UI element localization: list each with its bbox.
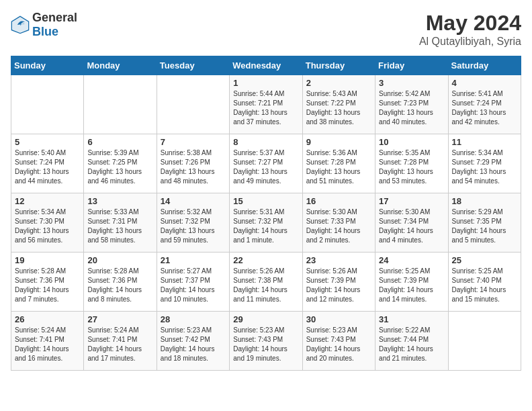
cell-date: 19 — [15, 255, 80, 265]
cell-4-3: 21Sunrise: 5:27 AM Sunset: 7:37 PM Dayli… — [157, 253, 229, 312]
cell-info: Sunrise: 5:44 AM Sunset: 7:21 PM Dayligh… — [233, 89, 298, 127]
cell-date: 27 — [87, 314, 152, 324]
cell-info: Sunrise: 5:39 AM Sunset: 7:25 PM Dayligh… — [87, 148, 152, 186]
cell-date: 11 — [452, 137, 517, 147]
cell-info: Sunrise: 5:31 AM Sunset: 7:32 PM Dayligh… — [233, 208, 298, 245]
cell-date: 31 — [379, 314, 444, 324]
cell-1-4: 1Sunrise: 5:44 AM Sunset: 7:21 PM Daylig… — [230, 75, 302, 134]
cell-2-3: 7Sunrise: 5:38 AM Sunset: 7:26 PM Daylig… — [157, 134, 229, 193]
header-saturday: Saturday — [448, 56, 521, 75]
cell-info: Sunrise: 5:41 AM Sunset: 7:24 PM Dayligh… — [452, 89, 517, 127]
cell-4-7: 25Sunrise: 5:25 AM Sunset: 7:40 PM Dayli… — [448, 253, 521, 312]
calendar-body: 1Sunrise: 5:44 AM Sunset: 7:21 PM Daylig… — [11, 75, 521, 371]
cell-3-3: 14Sunrise: 5:32 AM Sunset: 7:32 PM Dayli… — [157, 193, 229, 253]
cell-date: 22 — [233, 255, 298, 265]
cell-date: 23 — [306, 255, 371, 265]
cell-date: 26 — [15, 314, 80, 324]
cell-info: Sunrise: 5:23 AM Sunset: 7:43 PM Dayligh… — [306, 326, 371, 363]
cell-info: Sunrise: 5:28 AM Sunset: 7:36 PM Dayligh… — [87, 267, 152, 304]
cell-info: Sunrise: 5:26 AM Sunset: 7:39 PM Dayligh… — [306, 267, 371, 304]
cell-2-7: 11Sunrise: 5:34 AM Sunset: 7:29 PM Dayli… — [448, 134, 521, 193]
cell-date: 6 — [87, 137, 152, 147]
cell-info: Sunrise: 5:30 AM Sunset: 7:33 PM Dayligh… — [306, 208, 371, 245]
cell-date: 9 — [306, 137, 371, 147]
cell-date: 28 — [161, 314, 226, 324]
cell-2-1: 5Sunrise: 5:40 AM Sunset: 7:24 PM Daylig… — [11, 134, 84, 193]
cell-4-6: 24Sunrise: 5:25 AM Sunset: 7:39 PM Dayli… — [375, 253, 448, 312]
cell-date: 10 — [379, 137, 444, 147]
cell-5-5: 30Sunrise: 5:23 AM Sunset: 7:43 PM Dayli… — [302, 312, 375, 371]
cell-info: Sunrise: 5:25 AM Sunset: 7:40 PM Dayligh… — [452, 267, 517, 304]
cell-2-6: 10Sunrise: 5:35 AM Sunset: 7:28 PM Dayli… — [375, 134, 448, 193]
cell-4-2: 20Sunrise: 5:28 AM Sunset: 7:36 PM Dayli… — [84, 253, 157, 312]
cell-date: 17 — [379, 196, 444, 206]
cell-date: 16 — [306, 196, 371, 206]
cell-3-2: 13Sunrise: 5:33 AM Sunset: 7:31 PM Dayli… — [84, 193, 157, 253]
cell-4-1: 19Sunrise: 5:28 AM Sunset: 7:36 PM Dayli… — [11, 253, 84, 312]
logo-text: General Blue — [32, 11, 77, 39]
cell-date: 15 — [233, 196, 298, 206]
cell-date: 29 — [233, 314, 298, 324]
cell-1-2 — [84, 75, 157, 134]
cell-2-4: 8Sunrise: 5:37 AM Sunset: 7:27 PM Daylig… — [230, 134, 302, 193]
cell-date: 7 — [161, 137, 226, 147]
cell-info: Sunrise: 5:24 AM Sunset: 7:41 PM Dayligh… — [87, 326, 152, 363]
cell-3-6: 17Sunrise: 5:30 AM Sunset: 7:34 PM Dayli… — [375, 193, 448, 253]
cell-3-1: 12Sunrise: 5:34 AM Sunset: 7:30 PM Dayli… — [11, 193, 84, 253]
cell-info: Sunrise: 5:40 AM Sunset: 7:24 PM Dayligh… — [15, 148, 80, 186]
cell-1-3 — [157, 75, 229, 134]
cell-info: Sunrise: 5:33 AM Sunset: 7:31 PM Dayligh… — [87, 208, 152, 245]
cell-date: 24 — [379, 255, 444, 265]
cell-date: 4 — [452, 78, 517, 88]
logo-blue: Blue — [32, 25, 58, 38]
cell-info: Sunrise: 5:26 AM Sunset: 7:38 PM Dayligh… — [233, 267, 298, 304]
cell-5-4: 29Sunrise: 5:23 AM Sunset: 7:43 PM Dayli… — [230, 312, 302, 371]
logo-general: General — [32, 11, 77, 24]
cell-date: 3 — [379, 78, 444, 88]
cell-info: Sunrise: 5:34 AM Sunset: 7:30 PM Dayligh… — [15, 208, 80, 245]
cell-info: Sunrise: 5:29 AM Sunset: 7:35 PM Dayligh… — [452, 208, 517, 245]
header-monday: Monday — [84, 56, 157, 75]
cell-1-6: 3Sunrise: 5:42 AM Sunset: 7:23 PM Daylig… — [375, 75, 448, 134]
cell-date: 14 — [161, 196, 226, 206]
calendar-table: SundayMondayTuesdayWednesdayThursdayFrid… — [11, 56, 521, 371]
location-title: Al Qutaylibiyah, Syria — [419, 36, 521, 48]
cell-info: Sunrise: 5:35 AM Sunset: 7:28 PM Dayligh… — [379, 148, 444, 186]
cell-3-7: 18Sunrise: 5:29 AM Sunset: 7:35 PM Dayli… — [448, 193, 521, 253]
cell-date: 8 — [233, 137, 298, 147]
cell-2-5: 9Sunrise: 5:36 AM Sunset: 7:28 PM Daylig… — [302, 134, 375, 193]
cell-5-1: 26Sunrise: 5:24 AM Sunset: 7:41 PM Dayli… — [11, 312, 84, 371]
header-thursday: Thursday — [302, 56, 375, 75]
header-sunday: Sunday — [11, 56, 84, 75]
cell-info: Sunrise: 5:37 AM Sunset: 7:27 PM Dayligh… — [233, 148, 298, 186]
cell-1-1 — [11, 75, 84, 134]
cell-date: 18 — [452, 196, 517, 206]
cell-date: 2 — [306, 78, 371, 88]
cell-info: Sunrise: 5:36 AM Sunset: 7:28 PM Dayligh… — [306, 148, 371, 186]
cell-5-7 — [448, 312, 521, 371]
cell-date: 25 — [452, 255, 517, 265]
week-row-3: 12Sunrise: 5:34 AM Sunset: 7:30 PM Dayli… — [11, 193, 521, 253]
cell-1-5: 2Sunrise: 5:43 AM Sunset: 7:22 PM Daylig… — [302, 75, 375, 134]
cell-3-4: 15Sunrise: 5:31 AM Sunset: 7:32 PM Dayli… — [230, 193, 302, 253]
cell-info: Sunrise: 5:28 AM Sunset: 7:36 PM Dayligh… — [15, 267, 80, 304]
cell-date: 13 — [87, 196, 152, 206]
cell-date: 1 — [233, 78, 298, 88]
header-friday: Friday — [375, 56, 448, 75]
header-wednesday: Wednesday — [230, 56, 302, 75]
cell-info: Sunrise: 5:34 AM Sunset: 7:29 PM Dayligh… — [452, 148, 517, 186]
cell-info: Sunrise: 5:23 AM Sunset: 7:43 PM Dayligh… — [233, 326, 298, 363]
month-year-title: May 2024 — [419, 11, 521, 36]
cell-4-4: 22Sunrise: 5:26 AM Sunset: 7:38 PM Dayli… — [230, 253, 302, 312]
cell-info: Sunrise: 5:43 AM Sunset: 7:22 PM Dayligh… — [306, 89, 371, 127]
cell-date: 5 — [15, 137, 80, 147]
week-row-2: 5Sunrise: 5:40 AM Sunset: 7:24 PM Daylig… — [11, 134, 521, 193]
cell-info: Sunrise: 5:32 AM Sunset: 7:32 PM Dayligh… — [161, 208, 226, 245]
cell-info: Sunrise: 5:25 AM Sunset: 7:39 PM Dayligh… — [379, 267, 444, 304]
cell-2-2: 6Sunrise: 5:39 AM Sunset: 7:25 PM Daylig… — [84, 134, 157, 193]
calendar-header-row: SundayMondayTuesdayWednesdayThursdayFrid… — [11, 56, 521, 75]
header-tuesday: Tuesday — [157, 56, 229, 75]
logo-icon — [11, 15, 30, 34]
cell-info: Sunrise: 5:22 AM Sunset: 7:44 PM Dayligh… — [379, 326, 444, 363]
cell-info: Sunrise: 5:42 AM Sunset: 7:23 PM Dayligh… — [379, 89, 444, 127]
